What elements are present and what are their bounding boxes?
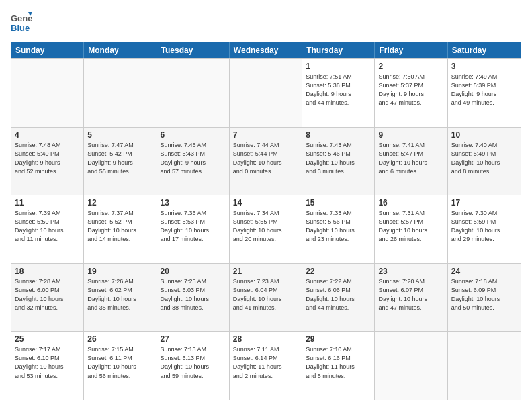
- cal-cell-r5-c1: 25Sunrise: 7:17 AMSunset: 6:10 PMDayligh…: [11, 332, 84, 400]
- calendar-row-2: 4Sunrise: 7:48 AMSunset: 5:40 PMDaylight…: [11, 127, 521, 195]
- day-number: 2: [378, 62, 443, 71]
- cal-cell-r1-c2: [84, 59, 157, 127]
- day-number: 19: [87, 267, 152, 276]
- day-number: 17: [451, 198, 517, 208]
- day-info: Sunrise: 7:30 AMSunset: 5:59 PMDaylight:…: [451, 209, 517, 244]
- header-sunday: Sunday: [11, 42, 84, 58]
- calendar-header: SundayMondayTuesdayWednesdayThursdayFrid…: [11, 42, 521, 58]
- calendar-page: General Blue SundayMondayTuesdayWednesda…: [0, 0, 532, 411]
- day-number: 25: [15, 334, 80, 344]
- day-info: Sunrise: 7:40 AMSunset: 5:49 PMDaylight:…: [451, 141, 517, 176]
- header: General Blue: [11, 11, 521, 35]
- calendar-row-1: 1Sunrise: 7:51 AMSunset: 5:36 PMDaylight…: [11, 58, 521, 127]
- cal-cell-r5-c7: [448, 332, 521, 400]
- day-info: Sunrise: 7:33 AMSunset: 5:56 PMDaylight:…: [306, 209, 371, 244]
- header-monday: Monday: [84, 42, 157, 58]
- day-info: Sunrise: 7:22 AMSunset: 6:06 PMDaylight:…: [306, 277, 371, 312]
- day-number: 9: [378, 130, 443, 140]
- header-wednesday: Wednesday: [230, 42, 302, 58]
- day-info: Sunrise: 7:28 AMSunset: 6:00 PMDaylight:…: [15, 277, 80, 312]
- day-number: 18: [15, 267, 80, 276]
- cal-cell-r3-c6: 16Sunrise: 7:31 AMSunset: 5:57 PMDayligh…: [375, 195, 447, 263]
- day-info: Sunrise: 7:31 AMSunset: 5:57 PMDaylight:…: [378, 209, 443, 244]
- cal-cell-r3-c3: 13Sunrise: 7:36 AMSunset: 5:53 PMDayligh…: [157, 195, 230, 263]
- day-info: Sunrise: 7:49 AMSunset: 5:39 PMDaylight:…: [451, 73, 517, 107]
- cal-cell-r2-c4: 7Sunrise: 7:44 AMSunset: 5:44 PMDaylight…: [230, 128, 302, 195]
- cal-cell-r1-c5: 1Sunrise: 7:51 AMSunset: 5:36 PMDaylight…: [302, 59, 375, 127]
- day-info: Sunrise: 7:17 AMSunset: 6:10 PMDaylight:…: [15, 345, 80, 380]
- day-info: Sunrise: 7:25 AMSunset: 6:03 PMDaylight:…: [161, 277, 226, 312]
- day-number: 3: [451, 62, 517, 71]
- cal-cell-r4-c7: 24Sunrise: 7:18 AMSunset: 6:09 PMDayligh…: [448, 264, 521, 332]
- day-number: 7: [233, 130, 298, 140]
- day-number: 12: [87, 198, 152, 208]
- cal-cell-r4-c2: 19Sunrise: 7:26 AMSunset: 6:02 PMDayligh…: [84, 264, 157, 332]
- day-number: 1: [306, 62, 371, 71]
- header-thursday: Thursday: [302, 42, 375, 58]
- day-number: 5: [87, 130, 152, 140]
- cal-cell-r4-c3: 20Sunrise: 7:25 AMSunset: 6:03 PMDayligh…: [157, 264, 230, 332]
- calendar-row-4: 18Sunrise: 7:28 AMSunset: 6:00 PMDayligh…: [11, 263, 521, 332]
- cal-cell-r4-c6: 23Sunrise: 7:20 AMSunset: 6:07 PMDayligh…: [375, 264, 447, 332]
- svg-text:General: General: [11, 13, 32, 24]
- day-number: 23: [378, 267, 443, 276]
- cal-cell-r4-c5: 22Sunrise: 7:22 AMSunset: 6:06 PMDayligh…: [302, 264, 375, 332]
- day-number: 13: [161, 198, 226, 208]
- calendar-row-5: 25Sunrise: 7:17 AMSunset: 6:10 PMDayligh…: [11, 331, 521, 400]
- calendar-body: 1Sunrise: 7:51 AMSunset: 5:36 PMDaylight…: [11, 58, 521, 400]
- day-number: 10: [451, 130, 517, 140]
- day-number: 4: [15, 130, 80, 140]
- cal-cell-r4-c4: 21Sunrise: 7:23 AMSunset: 6:04 PMDayligh…: [230, 264, 302, 332]
- cal-cell-r3-c4: 14Sunrise: 7:34 AMSunset: 5:55 PMDayligh…: [230, 195, 302, 263]
- day-number: 14: [233, 198, 298, 208]
- logo: General Blue: [11, 11, 32, 35]
- cal-cell-r5-c6: [375, 332, 447, 400]
- cal-cell-r2-c2: 5Sunrise: 7:47 AMSunset: 5:42 PMDaylight…: [84, 128, 157, 195]
- day-info: Sunrise: 7:44 AMSunset: 5:44 PMDaylight:…: [233, 141, 298, 176]
- cal-cell-r3-c5: 15Sunrise: 7:33 AMSunset: 5:56 PMDayligh…: [302, 195, 375, 263]
- cal-cell-r5-c5: 29Sunrise: 7:10 AMSunset: 6:16 PMDayligh…: [302, 332, 375, 400]
- day-info: Sunrise: 7:11 AMSunset: 6:14 PMDaylight:…: [233, 345, 298, 380]
- day-number: 6: [161, 130, 226, 140]
- header-saturday: Saturday: [448, 42, 521, 58]
- day-info: Sunrise: 7:36 AMSunset: 5:53 PMDaylight:…: [161, 209, 226, 244]
- day-number: 27: [161, 334, 226, 344]
- day-number: 8: [306, 130, 371, 140]
- day-info: Sunrise: 7:37 AMSunset: 5:52 PMDaylight:…: [87, 209, 152, 244]
- day-info: Sunrise: 7:48 AMSunset: 5:40 PMDaylight:…: [15, 141, 80, 176]
- day-info: Sunrise: 7:23 AMSunset: 6:04 PMDaylight:…: [233, 277, 298, 312]
- header-tuesday: Tuesday: [157, 42, 230, 58]
- cal-cell-r2-c6: 9Sunrise: 7:41 AMSunset: 5:47 PMDaylight…: [375, 128, 447, 195]
- day-number: 16: [378, 198, 443, 208]
- day-info: Sunrise: 7:26 AMSunset: 6:02 PMDaylight:…: [87, 277, 152, 312]
- day-info: Sunrise: 7:41 AMSunset: 5:47 PMDaylight:…: [378, 141, 443, 176]
- day-info: Sunrise: 7:15 AMSunset: 6:11 PMDaylight:…: [87, 345, 152, 380]
- cal-cell-r2-c3: 6Sunrise: 7:45 AMSunset: 5:43 PMDaylight…: [157, 128, 230, 195]
- day-number: 15: [306, 198, 371, 208]
- cal-cell-r3-c1: 11Sunrise: 7:39 AMSunset: 5:50 PMDayligh…: [11, 195, 84, 263]
- cal-cell-r1-c4: [230, 59, 302, 127]
- day-info: Sunrise: 7:10 AMSunset: 6:16 PMDaylight:…: [306, 345, 371, 380]
- cal-cell-r2-c7: 10Sunrise: 7:40 AMSunset: 5:49 PMDayligh…: [448, 128, 521, 195]
- cal-cell-r1-c7: 3Sunrise: 7:49 AMSunset: 5:39 PMDaylight…: [448, 59, 521, 127]
- day-info: Sunrise: 7:13 AMSunset: 6:13 PMDaylight:…: [161, 345, 226, 380]
- day-info: Sunrise: 7:39 AMSunset: 5:50 PMDaylight:…: [15, 209, 80, 244]
- cal-cell-r4-c1: 18Sunrise: 7:28 AMSunset: 6:00 PMDayligh…: [11, 264, 84, 332]
- cal-cell-r5-c3: 27Sunrise: 7:13 AMSunset: 6:13 PMDayligh…: [157, 332, 230, 400]
- cal-cell-r5-c4: 28Sunrise: 7:11 AMSunset: 6:14 PMDayligh…: [230, 332, 302, 400]
- day-number: 26: [87, 334, 152, 344]
- cal-cell-r5-c2: 26Sunrise: 7:15 AMSunset: 6:11 PMDayligh…: [84, 332, 157, 400]
- day-number: 22: [306, 267, 371, 276]
- logo-svg: General Blue: [11, 11, 32, 35]
- cal-cell-r3-c2: 12Sunrise: 7:37 AMSunset: 5:52 PMDayligh…: [84, 195, 157, 263]
- svg-text:Blue: Blue: [11, 23, 30, 33]
- day-info: Sunrise: 7:43 AMSunset: 5:46 PMDaylight:…: [306, 141, 371, 176]
- day-info: Sunrise: 7:47 AMSunset: 5:42 PMDaylight:…: [87, 141, 152, 176]
- cal-cell-r1-c6: 2Sunrise: 7:50 AMSunset: 5:37 PMDaylight…: [375, 59, 447, 127]
- cal-cell-r3-c7: 17Sunrise: 7:30 AMSunset: 5:59 PMDayligh…: [448, 195, 521, 263]
- day-number: 11: [15, 198, 80, 208]
- day-info: Sunrise: 7:20 AMSunset: 6:07 PMDaylight:…: [378, 277, 443, 312]
- day-number: 28: [233, 334, 298, 344]
- calendar-row-3: 11Sunrise: 7:39 AMSunset: 5:50 PMDayligh…: [11, 195, 521, 263]
- cal-cell-r1-c3: [157, 59, 230, 127]
